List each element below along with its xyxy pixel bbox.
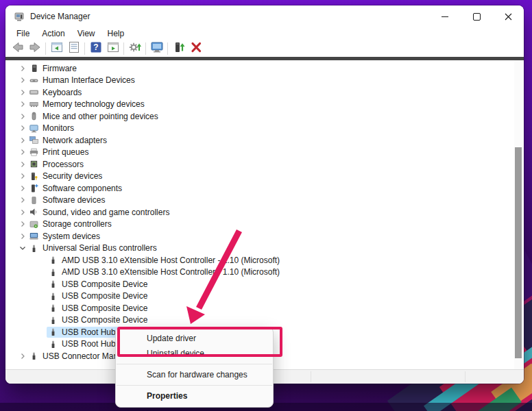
context-menu-item-uninstall-device[interactable]: Uninstall device — [116, 346, 273, 361]
tree-item-mice-and-other-pointing-devices[interactable]: Mice and other pointing devices — [5, 110, 514, 123]
vertical-scrollbar-thumb[interactable] — [515, 147, 522, 358]
tree-item-content[interactable]: Storage controllers — [27, 219, 114, 229]
tree-item-amd-usb-3-10-extensible-host-controller-1-[interactable]: AMD USB 3.10 eXtensible Host Controller … — [5, 266, 514, 279]
usb-icon — [49, 303, 58, 312]
tree-item-content[interactable]: Universal Serial Bus controllers — [27, 242, 160, 253]
minimize-button[interactable] — [429, 5, 461, 27]
update-device-button[interactable] — [170, 41, 187, 56]
tree-item-firmware[interactable]: Firmware — [5, 62, 514, 75]
tree-item-usb-composite-device[interactable]: USB Composite Device — [5, 278, 514, 290]
chevron-right-icon[interactable] — [18, 220, 27, 229]
tree-item-label: Software devices — [43, 195, 105, 205]
tree-item-print-queues[interactable]: Print queues — [5, 147, 514, 159]
tree-item-monitors[interactable]: Monitors — [5, 123, 514, 135]
tree-item-keyboards[interactable]: Keyboards — [5, 86, 514, 99]
tree-item-label: USB Connector Mar — [43, 351, 116, 361]
scan-hardware-button[interactable] — [148, 41, 165, 56]
menu-action[interactable]: Action — [36, 28, 71, 39]
tree-item-content[interactable]: USB Composite Device — [47, 314, 150, 325]
chevron-right-icon[interactable] — [18, 76, 27, 85]
tree-item-content[interactable]: Processors — [27, 159, 86, 170]
chevron-right-icon[interactable] — [18, 196, 27, 205]
keyboard-icon — [29, 88, 38, 97]
tree-item-content[interactable]: Keyboards — [27, 87, 84, 98]
close-button[interactable] — [492, 5, 524, 27]
tree-item-content[interactable]: Software components — [27, 183, 125, 194]
title-bar[interactable]: Device Manager — [5, 5, 524, 27]
tree-item-content[interactable]: Network adapters — [27, 135, 110, 146]
tree-item-sound-video-and-game-controllers[interactable]: Sound, video and game controllers — [5, 206, 514, 219]
tree-item-universal-serial-bus-controllers[interactable]: Universal Serial Bus controllers — [5, 242, 514, 255]
tree-item-amd-usb-3-10-extensible-host-controller-1-[interactable]: AMD USB 3.10 eXtensible Host Controller … — [5, 254, 514, 266]
tree-item-content[interactable]: AMD USB 3.10 eXtensible Host Controller … — [47, 255, 282, 266]
chevron-right-icon[interactable] — [18, 208, 27, 216]
context-menu-item-update-driver[interactable]: Update driver — [116, 331, 273, 346]
tree-item-content[interactable]: Print queues — [27, 147, 91, 158]
chevron-right-icon[interactable] — [18, 100, 27, 109]
help-button[interactable]: ? — [87, 41, 104, 56]
menu-view[interactable]: View — [71, 28, 101, 39]
context-menu-item-scan-for-hardware-changes[interactable]: Scan for hardware changes — [116, 367, 273, 382]
chevron-right-icon[interactable] — [18, 148, 27, 157]
tree-item-content[interactable]: USB Composite Device — [47, 279, 150, 290]
red-x-icon — [189, 40, 203, 56]
svg-text:?: ? — [93, 42, 98, 52]
tree-item-human-interface-devices[interactable]: Human Interface Devices — [5, 75, 514, 87]
context-menu-item-properties[interactable]: Properties — [116, 388, 273, 403]
tree-item-network-adapters[interactable]: Network adapters — [5, 134, 514, 147]
monitor-scan-icon — [150, 40, 164, 56]
tree-item-system-devices[interactable]: System devices — [5, 230, 514, 242]
tree-item-content[interactable]: USB Connector Mar — [27, 351, 119, 362]
update-driver-button[interactable] — [126, 41, 143, 56]
tree-item-content[interactable]: Security devices — [27, 171, 105, 182]
chevron-right-icon[interactable] — [18, 136, 27, 145]
chevron-right-icon[interactable] — [18, 172, 27, 181]
chevron-right-icon[interactable] — [18, 112, 27, 121]
device-tree: FirmwareHuman Interface DevicesKeyboards… — [5, 60, 514, 370]
tree-item-label: Human Interface Devices — [43, 75, 135, 85]
tree-item-content[interactable]: Memory technology devices — [27, 99, 147, 110]
tree-item-content[interactable]: USB Composite Device — [47, 303, 150, 314]
back-button[interactable] — [9, 41, 26, 56]
tree-item-security-devices[interactable]: Security devices — [5, 171, 514, 183]
show-console-button[interactable] — [48, 41, 65, 56]
chevron-right-icon[interactable] — [18, 124, 27, 133]
menu-file[interactable]: File — [10, 28, 36, 39]
tree-item-usb-composite-device[interactable]: USB Composite Device — [5, 290, 514, 303]
properties-list-button[interactable] — [65, 41, 82, 56]
chevron-down-icon[interactable] — [18, 244, 27, 253]
uninstall-button[interactable] — [187, 41, 204, 56]
tree-item-usb-composite-device[interactable]: USB Composite Device — [5, 302, 514, 314]
chevron-right-icon[interactable] — [18, 232, 27, 240]
maximize-button[interactable] — [461, 5, 492, 27]
tree-item-content[interactable]: Sound, video and game controllers — [27, 207, 172, 218]
tree-item-content[interactable]: USB Composite Device — [47, 290, 150, 301]
tree-item-storage-controllers[interactable]: Storage controllers — [5, 219, 514, 231]
tree-item-usb-composite-device[interactable]: USB Composite Device — [5, 314, 514, 327]
chevron-right-icon[interactable] — [18, 64, 27, 73]
tree-item-software-components[interactable]: Software components — [5, 182, 514, 195]
tree-item-memory-technology-devices[interactable]: Memory technology devices — [5, 99, 514, 111]
tree-item-label: Monitors — [43, 123, 74, 133]
action-pane-button[interactable] — [104, 41, 121, 56]
chevron-right-icon[interactable] — [18, 351, 27, 360]
tree-item-label: Print queues — [43, 147, 88, 157]
chevron-right-icon[interactable] — [18, 160, 27, 169]
forward-button[interactable] — [26, 41, 43, 56]
chevron-right-icon[interactable] — [18, 88, 27, 97]
menu-help[interactable]: Help — [101, 28, 131, 39]
back-icon — [11, 40, 25, 56]
chevron-right-icon[interactable] — [18, 184, 27, 192]
tree-item-processors[interactable]: Processors — [5, 158, 514, 171]
tree-item-content[interactable]: Human Interface Devices — [27, 75, 138, 86]
tree-item-content[interactable]: Mice and other pointing devices — [27, 111, 161, 122]
tree-item-content[interactable]: System devices — [27, 231, 103, 242]
window-title: Device Manager — [30, 12, 90, 21]
context-menu: Update driverUninstall deviceScan for ha… — [115, 327, 274, 408]
tree-item-software-devices[interactable]: Software devices — [5, 195, 514, 207]
tree-item-content[interactable]: AMD USB 3.10 eXtensible Host Controller … — [47, 266, 282, 277]
tree-item-content[interactable]: Software devices — [27, 195, 108, 206]
tree-item-content[interactable]: Monitors — [27, 123, 77, 134]
vertical-scrollbar[interactable] — [514, 60, 522, 370]
tree-item-content[interactable]: Firmware — [27, 63, 80, 74]
